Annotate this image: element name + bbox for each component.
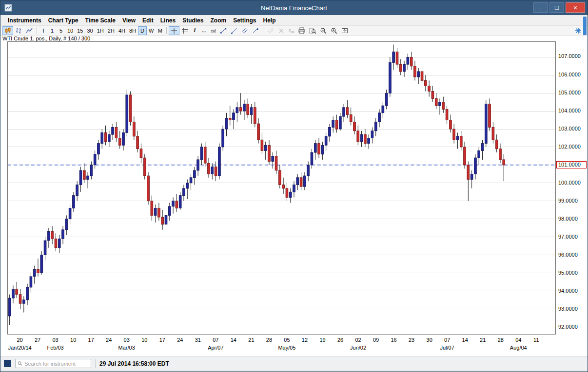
menubar: InstrumentsChart TypeTime ScaleViewEditL… [0, 15, 588, 26]
delete-line-button [276, 26, 287, 35]
timeframe-m-button[interactable]: M [156, 26, 164, 35]
ray-tool-button[interactable] [229, 26, 239, 35]
grid-icon [181, 27, 188, 34]
candle [247, 98, 249, 118]
candle [158, 203, 160, 221]
menu-zoom[interactable]: Zoom [207, 16, 230, 25]
y-axis-label: 96.0000 [558, 252, 578, 258]
vertical-scrollbar-thumb[interactable] [583, 17, 587, 35]
timeframe-1h-button[interactable]: 1H [95, 26, 106, 35]
candle [94, 150, 96, 168]
menu-instruments[interactable]: Instruments [4, 16, 45, 25]
menu-time-scale[interactable]: Time Scale [81, 16, 118, 25]
minimize-button[interactable]: – [533, 2, 548, 13]
timeframe-2h-button[interactable]: 2H [106, 26, 117, 35]
candle [499, 144, 502, 164]
y-axis-label: 100.0000 [558, 180, 581, 186]
candle [44, 237, 46, 260]
timeframe-15-button[interactable]: 15 [75, 26, 85, 35]
x-axis-day-label: 24 [170, 337, 190, 343]
timeframe-w-button[interactable]: W [147, 26, 156, 35]
candle [151, 196, 153, 221]
candle [51, 226, 54, 244]
candle [275, 150, 277, 174]
menu-studies[interactable]: Studies [179, 16, 207, 25]
x-axis-day-label: 30 [420, 337, 439, 343]
timeframe-10-button[interactable]: 10 [65, 26, 75, 35]
timeframe-30-button[interactable]: 30 [85, 26, 95, 35]
print-button[interactable] [296, 26, 307, 35]
axis-scale-button[interactable] [339, 26, 350, 35]
candle [489, 98, 491, 130]
candles [8, 45, 505, 325]
candle [12, 285, 15, 303]
zoom-region-button[interactable] [307, 26, 318, 35]
candle [154, 205, 157, 223]
menu-chart-type[interactable]: Chart Type [45, 16, 82, 25]
candle [392, 45, 395, 70]
candle [47, 228, 50, 248]
search-input[interactable] [24, 361, 89, 367]
parallel-lines-tool-button[interactable] [239, 26, 250, 35]
netdania-star-button[interactable] [573, 26, 584, 35]
candle [186, 179, 189, 199]
candle [19, 289, 21, 309]
statusbar-separator [95, 359, 96, 368]
candle [55, 233, 57, 251]
arrow-line-tool-button[interactable] [250, 26, 261, 35]
timeframe-8h-button[interactable]: 8H [127, 26, 138, 35]
candle [76, 181, 78, 201]
statusbar: 29 Jul 2014 16:58:00 EDT [0, 356, 588, 371]
zoom-region-icon [309, 27, 316, 34]
delete-all-icon: xall [289, 27, 294, 34]
y-axis-label: 93.0000 [558, 306, 578, 312]
bar-chart-type-button[interactable] [13, 26, 24, 35]
candle [346, 100, 349, 118]
titlebar[interactable]: NetDania FinanceChart – □ × [0, 0, 588, 15]
candle [296, 174, 299, 190]
candle [112, 124, 114, 140]
maximize-button[interactable]: □ [549, 2, 564, 13]
candle [495, 134, 498, 152]
volume-button[interactable]: vol [209, 26, 217, 35]
candle [360, 131, 363, 147]
x-axis-month-label: Mar/03 [110, 345, 144, 351]
zoom-in-button[interactable] [329, 26, 339, 35]
timeframe-5-button[interactable]: 5 [57, 26, 65, 35]
x-axis-month-label: Jan/20/14 [3, 345, 37, 351]
candle [318, 138, 320, 158]
zoom-out-button[interactable] [318, 26, 329, 35]
timeframe-1-button[interactable]: 1 [48, 26, 57, 35]
x-axis-day-label: 03 [46, 337, 65, 343]
candle [254, 102, 256, 128]
close-button[interactable]: × [566, 2, 585, 13]
x-axis-day-label: 31 [188, 337, 208, 343]
info-button[interactable]: i [190, 26, 199, 35]
menu-help[interactable]: Help [259, 16, 279, 25]
x-axis-month-label: Apr/07 [198, 345, 233, 351]
search-box[interactable] [15, 359, 91, 368]
delete-all-lines-button: xall [287, 26, 296, 35]
timeframe-4h-button[interactable]: 4H [117, 26, 127, 35]
candle [371, 127, 373, 143]
menu-view[interactable]: View [119, 16, 139, 25]
candlestick-chart[interactable] [7, 41, 556, 335]
candle [243, 100, 246, 120]
candle [200, 144, 203, 165]
trendline-tool-button[interactable] [218, 26, 229, 35]
candle [172, 197, 175, 213]
timeframe-t-button[interactable]: T [39, 26, 48, 35]
menu-lines[interactable]: Lines [157, 16, 179, 25]
crosshair-button[interactable] [169, 26, 179, 35]
candlestick-chart-type-button[interactable] [2, 26, 13, 35]
menu-settings[interactable]: Settings [230, 16, 259, 25]
grid-button[interactable] [179, 26, 190, 35]
line-chart-type-button[interactable] [24, 26, 35, 35]
candle [435, 93, 437, 109]
candle [467, 162, 470, 201]
candle [464, 142, 466, 168]
menu-edit[interactable]: Edit [139, 16, 157, 25]
candle [115, 122, 118, 142]
timeframe-d-button[interactable]: D [138, 26, 147, 35]
scroll-horizontal-button[interactable]: ↔ [199, 26, 209, 35]
